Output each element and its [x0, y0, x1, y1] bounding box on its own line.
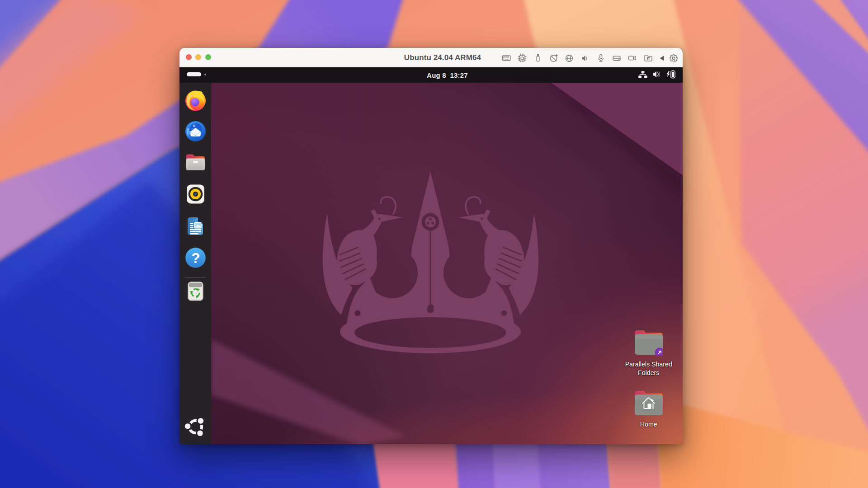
- svg-text:?: ?: [191, 250, 200, 266]
